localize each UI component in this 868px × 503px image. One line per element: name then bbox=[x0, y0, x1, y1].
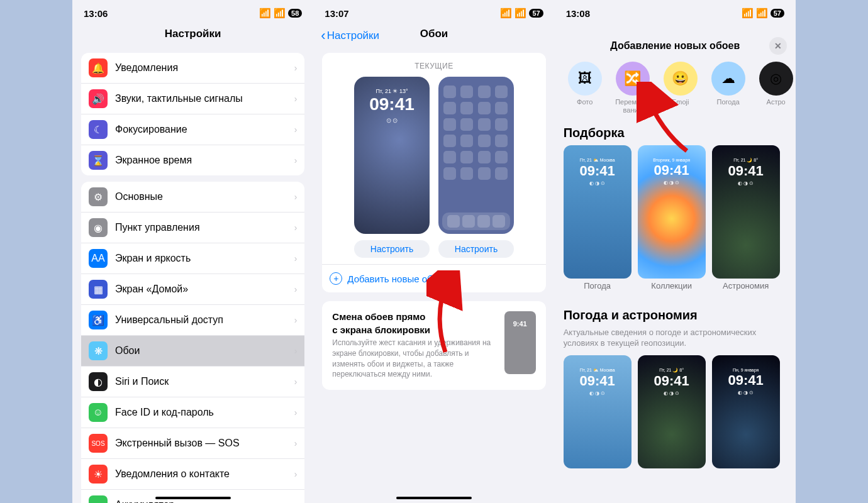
settings-row[interactable]: 🔔Уведомления› bbox=[81, 53, 304, 84]
close-button[interactable]: ✕ bbox=[769, 37, 787, 55]
battery-icon: 57 bbox=[529, 9, 543, 18]
settings-row[interactable]: ☺Face ID и код-пароль› bbox=[81, 397, 304, 428]
row-label: Экран и яркость bbox=[115, 253, 294, 264]
settings-row[interactable]: ☾Фокусирование› bbox=[81, 114, 304, 145]
row-icon: ☀ bbox=[89, 465, 108, 484]
category-icon: 🔀 bbox=[616, 62, 650, 96]
category-icon: ☁ bbox=[711, 62, 745, 96]
wallpaper-label: Погода bbox=[564, 281, 632, 290]
row-icon: ⌛ bbox=[89, 151, 108, 170]
wallpaper-option[interactable]: Пт, 21 ⛅ Москва09:41◐ ◑ ⊙ bbox=[564, 145, 632, 279]
chevron-right-icon: › bbox=[294, 500, 298, 503]
status-bar: 13:06 📶 📶 58 bbox=[72, 0, 313, 23]
lock-widgets: ⊙ ⊙ bbox=[354, 117, 430, 124]
category-icon: ◎ bbox=[759, 62, 793, 96]
category-label: Погода bbox=[717, 98, 740, 106]
row-label: Siri и Поиск bbox=[115, 376, 294, 387]
chevron-right-icon: › bbox=[294, 377, 298, 387]
row-label: Звуки, тактильные сигналы bbox=[115, 93, 294, 104]
chevron-right-icon: › bbox=[294, 63, 298, 73]
home-screen-preview[interactable] bbox=[438, 77, 514, 234]
page-title: Настройки bbox=[72, 23, 313, 47]
back-button[interactable]: ‹ Настройки bbox=[321, 28, 379, 44]
row-icon: ▬ bbox=[89, 495, 108, 503]
row-label: Универсальный доступ bbox=[115, 314, 294, 326]
category-item[interactable]: 🔀Перемешивание bbox=[611, 62, 654, 114]
chevron-left-icon: ‹ bbox=[321, 28, 325, 44]
chevron-right-icon: › bbox=[294, 192, 298, 202]
lock-screen-preview[interactable]: Пт, 21 ☀ 13° 09:41 ⊙ ⊙ bbox=[354, 77, 430, 234]
row-label: Фокусирование bbox=[115, 124, 294, 135]
category-icon: 🖼 bbox=[568, 62, 602, 96]
status-time: 13:07 bbox=[325, 8, 348, 19]
wifi-icon: 📶 bbox=[756, 8, 768, 19]
battery-icon: 58 bbox=[288, 9, 302, 18]
configure-lock-button[interactable]: Настроить bbox=[354, 240, 430, 258]
section-title: Погода и астрономия bbox=[564, 308, 787, 323]
configure-home-button[interactable]: Настроить bbox=[438, 240, 514, 258]
settings-row[interactable]: ☀Уведомления о контакте› bbox=[81, 459, 304, 490]
wallpaper-option[interactable]: Пн, 9 января09:41◐ ◑ ⊙ bbox=[712, 355, 780, 468]
settings-row[interactable]: ⌛Экранное время› bbox=[81, 145, 304, 175]
row-icon: AA bbox=[89, 249, 108, 268]
settings-row[interactable]: ▦Экран «Домой»› bbox=[81, 274, 304, 305]
plus-icon: + bbox=[330, 272, 342, 285]
category-label: Перемешивание bbox=[615, 98, 650, 114]
settings-row[interactable]: ⚙Основные› bbox=[81, 182, 304, 213]
row-label: Экстренный вызов — SOS bbox=[115, 438, 294, 449]
home-indicator[interactable] bbox=[155, 497, 231, 499]
category-label: Фото bbox=[577, 98, 593, 106]
row-label: Обои bbox=[115, 345, 294, 357]
status-time: 13:08 bbox=[566, 8, 590, 19]
phone-wallpaper-settings: 13:07 📶 📶 57 ‹ Настройки Обои ТЕКУЩИЕ Пт… bbox=[313, 0, 554, 503]
chevron-right-icon: › bbox=[294, 223, 298, 233]
sheet-title: Добавление новых обоев bbox=[610, 40, 740, 52]
row-icon: ▦ bbox=[89, 280, 108, 299]
category-item[interactable]: 😀Emoji bbox=[659, 62, 702, 114]
chevron-right-icon: › bbox=[294, 124, 298, 135]
cellular-icon: 📶 bbox=[259, 8, 271, 19]
wallpaper-option[interactable]: Пт, 21 🌙 8°09:41◐ ◑ ⊙ bbox=[712, 145, 780, 279]
row-icon: 🔊 bbox=[89, 89, 108, 108]
settings-row[interactable]: ◉Пункт управления› bbox=[81, 213, 304, 243]
row-label: Экранное время bbox=[115, 155, 294, 166]
settings-row[interactable]: AAЭкран и яркость› bbox=[81, 243, 304, 274]
row-icon: ◐ bbox=[89, 372, 108, 391]
chevron-right-icon: › bbox=[294, 315, 298, 325]
row-label: Face ID и код-пароль bbox=[115, 407, 294, 418]
row-icon: SOS bbox=[89, 434, 108, 453]
row-icon: ⚙ bbox=[89, 187, 108, 206]
cellular-icon: 📶 bbox=[742, 8, 754, 19]
add-wallpaper-button[interactable]: + Добавить новые обои bbox=[322, 264, 545, 292]
row-label: Уведомления bbox=[115, 62, 294, 74]
row-label: Уведомления о контакте bbox=[115, 468, 294, 480]
category-item[interactable]: ◎Астро bbox=[755, 62, 796, 114]
settings-row[interactable]: 🔊Звуки, тактильные сигналы› bbox=[81, 84, 304, 114]
current-label: ТЕКУЩИЕ bbox=[331, 62, 537, 70]
wallpaper-label: Астрономия bbox=[712, 281, 780, 290]
chevron-right-icon: › bbox=[294, 155, 298, 165]
chevron-right-icon: › bbox=[294, 94, 298, 104]
chevron-right-icon: › bbox=[294, 438, 298, 448]
current-wallpaper-card: ТЕКУЩИЕ Пт, 21 ☀ 13° 09:41 ⊙ ⊙ Настроить… bbox=[322, 53, 545, 273]
category-label: Emoji bbox=[672, 98, 689, 106]
page-header: ‹ Настройки Обои bbox=[313, 23, 554, 47]
wallpaper-option[interactable]: Пт, 21 ⛅ Москва09:41◐ ◑ ⊙ bbox=[564, 355, 632, 468]
settings-row[interactable]: ❋Обои› bbox=[81, 336, 304, 367]
section-title: Подборка bbox=[564, 126, 787, 140]
phone-add-wallpaper: 13:08 📶 📶 57 Добавление новых обоев ✕ 🖼Ф… bbox=[555, 0, 796, 503]
section-desc: Актуальные сведения о погоде и астрономи… bbox=[564, 328, 787, 349]
wallpaper-option[interactable]: Вторник, 9 января09:41◐ ◑ ⊙ bbox=[638, 145, 706, 279]
settings-row[interactable]: ◐Siri и Поиск› bbox=[81, 367, 304, 397]
chevron-right-icon: › bbox=[294, 253, 298, 263]
settings-row[interactable]: ♿Универсальный доступ› bbox=[81, 305, 304, 336]
row-icon: ☾ bbox=[89, 120, 108, 139]
add-wallpaper-sheet: Добавление новых обоев ✕ 🖼Фото🔀Перемешив… bbox=[555, 31, 796, 503]
home-indicator[interactable] bbox=[396, 497, 472, 499]
wallpaper-option[interactable]: Пт, 21 🌙 8°09:41◐ ◑ ⊙ bbox=[638, 355, 706, 468]
category-item[interactable]: ☁Погода bbox=[707, 62, 750, 114]
category-item[interactable]: 🖼Фото bbox=[564, 62, 606, 114]
wallpaper-label: Коллекции bbox=[638, 281, 706, 290]
row-icon: ♿ bbox=[89, 311, 108, 329]
settings-row[interactable]: SOSЭкстренный вызов — SOS› bbox=[81, 428, 304, 459]
